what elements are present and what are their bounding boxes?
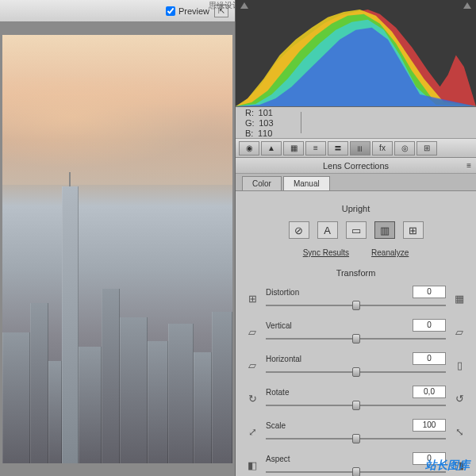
scale-value[interactable]: 100 [413, 419, 446, 432]
distortion-label: Distortion [266, 288, 299, 297]
upright-full-button[interactable]: ⊞ [403, 221, 424, 239]
rotate-label: Rotate [266, 388, 289, 397]
rotate-slider[interactable] [266, 400, 446, 411]
distortion-value[interactable]: 0 [413, 286, 446, 298]
tab-basic-icon[interactable]: ◉ [239, 141, 259, 155]
panel-tab-strip: ◉ ▲ ▦ ≡ 〓 ⫼ fx ◎ ⊞ [236, 139, 476, 158]
preview-label: Preview [178, 6, 209, 16]
scale-right-icon: ⤡ [452, 424, 466, 439]
panel-title: Lens Corrections ≡ [236, 158, 476, 174]
distortion-right-icon: ▦ [452, 291, 466, 305]
upright-buttons: ⊘ A ▭ ▥ ⊞ [245, 221, 466, 239]
aspect-label: Aspect [266, 455, 290, 463]
tab-lens-icon[interactable]: ⫼ [350, 141, 370, 155]
transform-label: Transform [245, 268, 466, 278]
upright-level-button[interactable]: ▭ [346, 221, 367, 239]
tab-detail-icon[interactable]: ▦ [283, 141, 304, 155]
rotate-value[interactable]: 0,0 [413, 386, 446, 398]
shadow-clip-icon[interactable] [240, 2, 248, 9]
vertical-label: Vertical [266, 321, 292, 330]
scale-label: Scale [266, 421, 286, 430]
tab-fx-icon[interactable]: fx [372, 141, 393, 155]
tab-color[interactable]: Color [242, 176, 282, 190]
preview-image[interactable] [2, 35, 232, 463]
aspect-left-icon: ◧ [245, 458, 259, 472]
horizontal-value[interactable]: 0 [413, 352, 446, 365]
vertical-left-icon: ▱ [245, 324, 259, 339]
tab-curve-icon[interactable]: ▲ [261, 141, 282, 155]
adjustments-panel: 思缘设计论坛 · WWW.MISSYUAN.COM R: 101 G: 103 … [235, 0, 476, 476]
vertical-value[interactable]: 0 [413, 319, 446, 332]
reanalyze-link[interactable]: Reanalyze [371, 248, 409, 257]
upright-auto-button[interactable]: A [317, 221, 338, 239]
aspect-slider[interactable] [266, 466, 446, 476]
preview-checkbox[interactable]: Preview [166, 6, 209, 16]
image-preview-area [0, 22, 235, 476]
highlight-clip-icon[interactable] [463, 2, 471, 9]
scale-slider[interactable] [266, 433, 446, 444]
distortion-left-icon: ⊞ [245, 291, 259, 305]
tab-camera-icon[interactable]: ◎ [394, 141, 415, 155]
distortion-slider[interactable] [266, 300, 446, 311]
watermark-bottom: 站长图库 [425, 459, 470, 473]
upright-label: Upright [245, 204, 466, 213]
horizontal-slider[interactable] [266, 367, 446, 378]
slider-row-horizontal: ▱Horizontal0▯ [245, 352, 466, 378]
rotate-right-icon: ↺ [452, 391, 466, 405]
horizontal-right-icon: ▯ [452, 358, 466, 372]
vertical-slider[interactable] [266, 333, 446, 344]
preview-panel: Preview ⇱ [0, 0, 235, 476]
upright-links: Sync Results Reanalyze [245, 248, 466, 257]
panel-menu-icon[interactable]: ≡ [466, 161, 471, 170]
scale-left-icon: ⤢ [245, 424, 259, 439]
upright-off-button[interactable]: ⊘ [289, 221, 309, 239]
vertical-right-icon: ▱ [452, 324, 466, 339]
horizontal-left-icon: ▱ [245, 358, 259, 372]
slider-row-vertical: ▱Vertical0▱ [245, 319, 466, 344]
rotate-left-icon: ↻ [245, 391, 259, 405]
tab-presets-icon[interactable]: ⊞ [416, 141, 437, 155]
tab-manual[interactable]: Manual [283, 176, 330, 190]
tab-split-icon[interactable]: 〓 [328, 141, 348, 155]
horizontal-label: Horizontal [266, 355, 301, 363]
slider-row-scale: ⤢Scale100⤡ [245, 419, 466, 444]
sync-results-link[interactable]: Sync Results [303, 248, 349, 257]
histogram[interactable] [236, 0, 476, 107]
rgb-readout: R: 101 G: 103 B: 110 [236, 107, 476, 139]
tab-hsl-icon[interactable]: ≡ [305, 141, 326, 155]
upright-vertical-button[interactable]: ▥ [374, 221, 395, 239]
preview-toolbar: Preview ⇱ [0, 0, 235, 22]
slider-row-distortion: ⊞Distortion0▦ [245, 286, 466, 311]
slider-row-rotate: ↻Rotate0,0↺ [245, 386, 466, 411]
sub-tabs: Color Manual [236, 174, 476, 191]
preview-checkbox-input[interactable] [166, 6, 175, 16]
controls-area: Upright ⊘ A ▭ ▥ ⊞ Sync Results Reanalyze… [236, 191, 476, 476]
